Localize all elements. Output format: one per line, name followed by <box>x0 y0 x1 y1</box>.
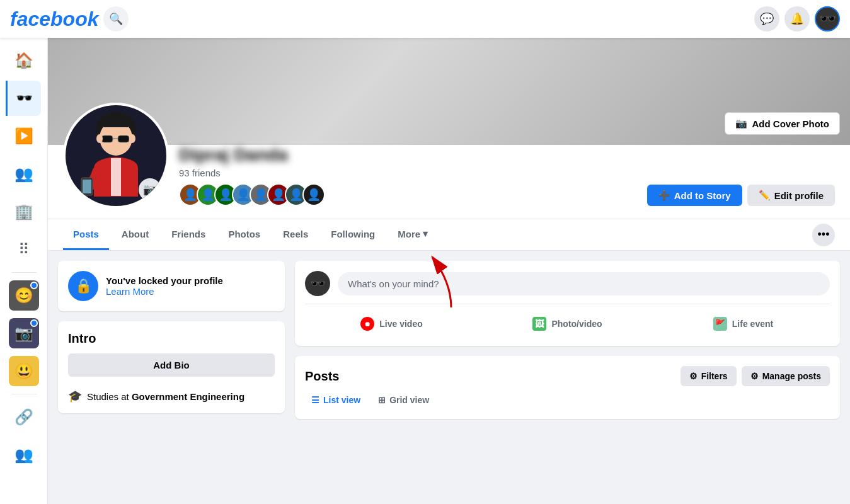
tab-more-options-button[interactable]: ••• <box>812 224 835 246</box>
sidebar-story-3[interactable]: 😃 <box>9 356 39 386</box>
studies-place: Government Engineering <box>132 391 244 402</box>
profile-details: Dipraj Danda 93 friends 👤 👤 👤 👤 👤 👤 👤 👤 <box>169 145 647 209</box>
left-sidebar: 🏠 🕶️ ▶️ 👥 🏢 ⠿ 😊 📷 😃 <box>0 38 48 504</box>
posts-header: Posts ⚙ Filters ⚙ Manage posts <box>305 366 830 386</box>
studies-at-label: Studies at <box>87 391 129 402</box>
edit-profile-label: Edit profile <box>774 190 824 201</box>
sidebar-story-2[interactable]: 📷 <box>9 318 39 348</box>
tab-following[interactable]: Following <box>321 220 385 250</box>
sidebar-item-groups[interactable]: 👥 <box>6 437 42 472</box>
manage-posts-button[interactable]: ⚙ Manage posts <box>742 366 830 386</box>
sidebar-item-apps[interactable]: ⠿ <box>6 232 42 267</box>
graduation-icon: 🎓 <box>68 389 82 403</box>
grid-view-label: Grid view <box>389 395 429 405</box>
filters-button[interactable]: ⚙ Filters <box>681 366 737 386</box>
tab-reels[interactable]: Reels <box>273 220 318 250</box>
sidebar-story-1[interactable]: 😊 <box>9 280 39 311</box>
notifications-button[interactable]: 🔔 <box>784 6 810 32</box>
manage-posts-label: Manage posts <box>762 371 821 381</box>
video-icon: ▶️ <box>14 127 33 145</box>
tab-about[interactable]: About <box>112 220 159 250</box>
cover-section: 📷 Add Cover Photo <box>48 38 850 251</box>
user-avatar[interactable]: 🕶️ <box>815 6 840 32</box>
bell-icon: 🔔 <box>790 12 804 26</box>
grid-view-icon: ⊞ <box>378 395 386 405</box>
sidebar-divider-2 <box>11 394 37 394</box>
view-toggles: ☰ List view ⊞ Grid view <box>305 391 830 409</box>
pages-icon: 🏢 <box>14 203 33 220</box>
life-event-button[interactable]: 🚩 Life event <box>657 312 830 336</box>
story-1-img: 😊 <box>14 287 33 304</box>
groups-icon: 👥 <box>14 446 33 464</box>
link-icon: 🔗 <box>14 408 33 426</box>
live-video-label: Live video <box>379 319 422 329</box>
live-video-icon: ⏺ <box>360 317 374 331</box>
profile-avatar[interactable]: 📷 <box>63 103 169 209</box>
creator-avatar: 🕶️ <box>305 271 330 296</box>
add-cover-photo-button[interactable]: 📷 Add Cover Photo <box>725 112 841 135</box>
profile-icon: 🕶️ <box>16 90 33 106</box>
sidebar-item-home[interactable]: 🏠 <box>6 43 42 78</box>
learn-more-link[interactable]: Learn More <box>106 286 154 297</box>
posts-title: Posts <box>305 369 339 384</box>
filters-label: Filters <box>701 371 728 381</box>
lock-icon: 🔒 <box>68 271 98 301</box>
grid-view-button[interactable]: ⊞ Grid view <box>372 391 435 409</box>
add-bio-button[interactable]: Add Bio <box>68 353 275 377</box>
intro-card: Intro Add Bio 🎓 Studies at Government En… <box>58 321 285 413</box>
friends-count: 93 friends <box>179 168 647 178</box>
story-2-img: 📷 <box>14 324 33 342</box>
topnav: facebook 🔍 💬 🔔 🕶️ <box>0 0 850 38</box>
tab-friends[interactable]: Friends <box>161 220 215 250</box>
story-badge-1 <box>30 282 38 289</box>
sidebar-item-profile[interactable]: 🕶️ <box>6 81 41 116</box>
home-icon: 🏠 <box>14 52 33 69</box>
tab-photos[interactable]: Photos <box>218 220 270 250</box>
svg-rect-3 <box>118 135 129 142</box>
messenger-icon: 💬 <box>760 12 774 26</box>
sidebar-item-video[interactable]: ▶️ <box>6 118 42 154</box>
tab-posts[interactable]: Posts <box>63 220 109 250</box>
right-column: 🕶️ What's on your mind? ⏺ Live video 🖼 P… <box>295 261 840 419</box>
svg-rect-2 <box>101 135 113 142</box>
avatar-icon: 🕶️ <box>819 11 836 27</box>
chevron-down-icon: ▾ <box>423 228 428 239</box>
friends-icon: 👥 <box>14 165 33 183</box>
sidebar-item-friends[interactable]: 👥 <box>6 156 42 192</box>
photo-video-label: Photo/video <box>551 319 602 329</box>
content-area: 📷 Add Cover Photo <box>48 38 850 504</box>
list-view-button[interactable]: ☰ List view <box>305 391 367 409</box>
edit-profile-button[interactable]: ✏️ Edit profile <box>747 185 835 206</box>
friend-avatar-8[interactable]: 👤 <box>302 183 325 206</box>
locked-profile-card: 🔒 You've locked your profile Learn More <box>58 261 285 311</box>
svg-point-8 <box>96 134 103 143</box>
sidebar-item-link[interactable]: 🔗 <box>6 399 42 435</box>
add-to-story-button[interactable]: ➕ Add to Story <box>647 185 742 206</box>
post-creator-card: 🕶️ What's on your mind? ⏺ Live video 🖼 P… <box>295 261 840 346</box>
plus-icon: ➕ <box>658 190 670 201</box>
svg-point-9 <box>129 134 135 143</box>
cover-photo: 📷 Add Cover Photo <box>48 38 850 145</box>
facebook-logo[interactable]: facebook <box>10 8 98 31</box>
creator-avatar-icon: 🕶️ <box>310 276 326 291</box>
search-button[interactable]: 🔍 <box>103 6 129 32</box>
pencil-icon: ✏️ <box>759 190 771 201</box>
posts-header-actions: ⚙ Filters ⚙ Manage posts <box>681 366 830 386</box>
filter-icon: ⚙ <box>689 371 698 381</box>
studies-text: Studies at Government Engineering <box>87 391 244 402</box>
left-column: 🔒 You've locked your profile Learn More … <box>58 261 285 419</box>
avatar-edit-icon[interactable]: 📷 <box>139 178 161 201</box>
photo-video-icon: 🖼 <box>532 317 546 331</box>
main-layout: 🏠 🕶️ ▶️ 👥 🏢 ⠿ 😊 📷 😃 <box>0 38 850 504</box>
locked-text-wrap: You've locked your profile Learn More <box>106 275 223 297</box>
sidebar-item-pages[interactable]: 🏢 <box>6 194 42 229</box>
locked-profile-text: You've locked your profile <box>106 275 223 286</box>
post-creator-row: 🕶️ What's on your mind? <box>305 271 830 296</box>
posts-section-card: Posts ⚙ Filters ⚙ Manage posts <box>295 356 840 419</box>
profile-name: Dipraj Danda <box>179 145 647 165</box>
intro-studies: 🎓 Studies at Government Engineering <box>68 389 275 403</box>
add-cover-label: Add Cover Photo <box>752 118 830 129</box>
post-actions-row: ⏺ Live video 🖼 Photo/video 🚩 Life event <box>305 304 830 336</box>
list-view-label: List view <box>323 395 360 405</box>
messenger-button[interactable]: 💬 <box>754 6 779 32</box>
